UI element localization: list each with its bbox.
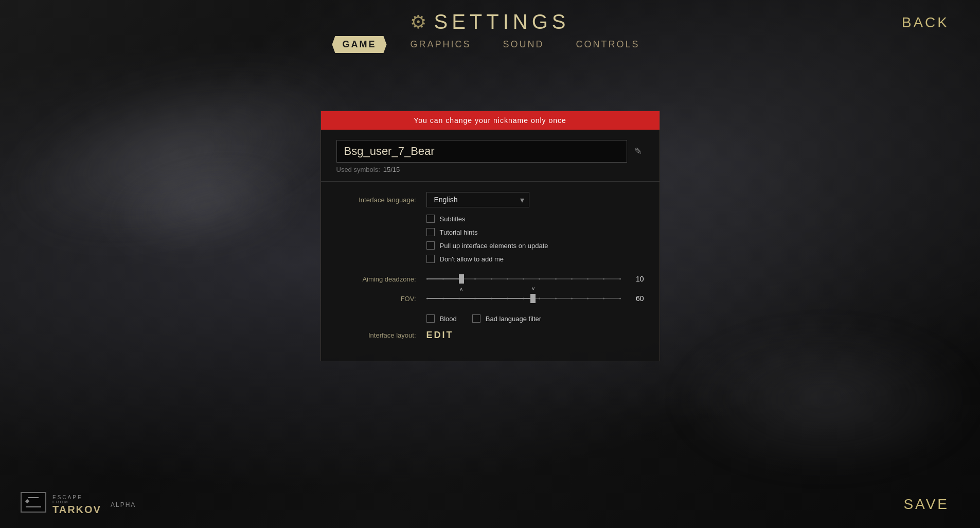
bad-language-label: Bad language filter [486, 315, 541, 323]
aiming-deadzone-row: Aiming deadzone: [336, 271, 644, 287]
logo-tarkov: TARKOV [52, 504, 101, 515]
logo-text: ESCAPE FROM TARKOV [52, 495, 101, 515]
subtitles-label: Subtitles [440, 215, 466, 223]
blood-checkbox[interactable] [426, 314, 435, 323]
bg-blur-2 [671, 322, 980, 477]
nickname-input[interactable] [336, 140, 627, 163]
interface-language-label: Interface language: [336, 196, 426, 204]
dont-allow-row: Don't allow to add me [426, 255, 644, 263]
nav-tabs: GAME GRAPHICS SOUND CONTROLS [332, 36, 648, 53]
fov-slider[interactable]: ∨ [426, 291, 621, 306]
blood-bad-language-row: Blood Bad language filter [426, 314, 644, 323]
tutorial-hints-row: Tutorial hints [426, 228, 644, 236]
fov-label: FOV: [336, 295, 426, 303]
tab-game[interactable]: GAME [332, 36, 386, 53]
header: ⚙ SETTINGS [410, 10, 569, 33]
tab-sound[interactable]: SOUND [495, 36, 553, 53]
blood-label: Blood [440, 315, 457, 323]
alpha-text: ALPHA [111, 501, 136, 508]
bad-language-item: Bad language filter [472, 314, 541, 323]
nickname-row: ✎ [336, 140, 644, 163]
interface-language-row: Interface language: English Russian Germ… [336, 192, 644, 207]
interface-layout-row: Interface layout: EDIT [336, 330, 644, 341]
subtitles-row: Subtitles [426, 215, 644, 223]
language-select[interactable]: English Russian German French Spanish [426, 192, 529, 207]
aiming-deadzone-slider[interactable]: ∧ [426, 271, 621, 287]
back-button[interactable]: BACK [902, 14, 949, 31]
used-symbols-count: 15/15 [383, 166, 400, 173]
nickname-edit-icon[interactable]: ✎ [632, 144, 644, 159]
interface-layout-label: Interface layout: [336, 331, 426, 339]
pull-up-checkbox[interactable] [426, 241, 435, 250]
tutorial-hints-label: Tutorial hints [440, 228, 478, 236]
main-panel: You can change your nickname only once ✎… [320, 111, 660, 361]
aiming-deadzone-label: Aiming deadzone: [336, 275, 426, 283]
pull-up-row: Pull up interface elements on update [426, 241, 644, 250]
fov-fill [426, 298, 533, 299]
edit-button[interactable]: EDIT [426, 330, 454, 341]
subtitles-checkbox[interactable] [426, 215, 435, 223]
nickname-banner: You can change your nickname only once [321, 111, 660, 130]
pull-up-label: Pull up interface elements on update [440, 242, 548, 250]
bad-language-checkbox[interactable] [472, 314, 480, 323]
fov-row: FOV: [336, 291, 644, 306]
logo-icon [21, 492, 46, 518]
gear-icon: ⚙ [410, 11, 426, 33]
logo-area: ESCAPE FROM TARKOV ALPHA [21, 492, 136, 518]
dont-allow-checkbox[interactable] [426, 255, 435, 263]
save-button[interactable]: SAVE [903, 496, 949, 513]
tab-controls[interactable]: CONTROLS [568, 36, 648, 53]
page-title: SETTINGS [434, 10, 569, 33]
used-symbols-row: Used symbols: 15/15 [336, 166, 644, 173]
blood-item: Blood [426, 314, 457, 323]
language-select-wrapper: English Russian German French Spanish [426, 192, 529, 207]
aiming-deadzone-value: 10 [626, 275, 644, 283]
fov-thumb[interactable]: ∨ [530, 294, 536, 303]
fov-value: 60 [626, 294, 644, 303]
dont-allow-label: Don't allow to add me [440, 255, 504, 263]
used-symbols-label: Used symbols: [336, 166, 380, 173]
nickname-section: ✎ Used symbols: 15/15 [321, 130, 660, 182]
tutorial-hints-checkbox[interactable] [426, 228, 435, 236]
fov-track: ∨ [426, 298, 621, 299]
settings-body: Interface language: English Russian Germ… [321, 182, 660, 361]
aiming-deadzone-fill [426, 278, 461, 279]
aiming-deadzone-track: ∧ [426, 278, 621, 279]
nickname-banner-text: You can change your nickname only once [414, 116, 566, 125]
tab-graphics[interactable]: GRAPHICS [402, 36, 479, 53]
aiming-deadzone-thumb[interactable]: ∧ [459, 274, 464, 284]
